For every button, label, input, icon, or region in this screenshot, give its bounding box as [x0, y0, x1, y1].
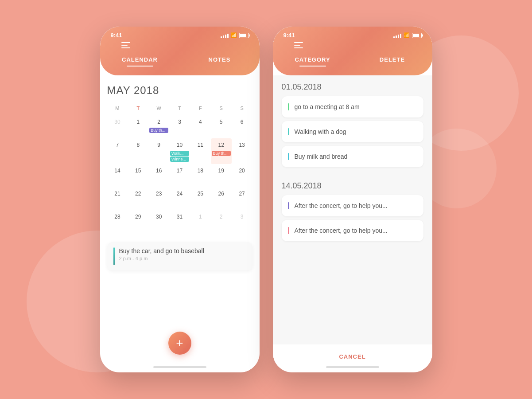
note-text-concert-2: After the concert, go to help you... [295, 227, 388, 234]
battery-icon-2 [412, 33, 422, 38]
day-25[interactable]: 25 [190, 187, 211, 210]
hamburger-icon-2[interactable] [283, 42, 314, 48]
calendar-container: MAY 2018 M T W T F S S 30 1 [100, 75, 260, 238]
day-18[interactable]: 18 [190, 164, 211, 187]
note-card-concert-1[interactable]: After the concert, go to help you... [282, 195, 423, 216]
day-6[interactable]: 6 [232, 115, 252, 138]
signal-icon-2 [393, 33, 401, 38]
day-9[interactable]: 9 [148, 138, 169, 164]
dow-w: W [148, 104, 169, 113]
phone1-header: 9:41 📶 CALENDAR [100, 27, 260, 75]
day-27[interactable]: 27 [232, 187, 252, 210]
event-buy-th-12[interactable]: Buy th... [212, 151, 231, 156]
day-11[interactable]: 11 [190, 138, 211, 164]
status-icons-2: 📶 [393, 32, 422, 38]
phone-notes: 9:41 📶 CATEGORY [273, 27, 432, 372]
day-4[interactable]: 4 [190, 115, 211, 138]
note-text-dog: Walking with a dog [295, 128, 346, 135]
date-label-1: 01.05.2018 [282, 82, 423, 92]
tab-delete[interactable]: DELETE [353, 56, 432, 66]
date-section-1: 01.05.2018 go to a meeting at 8 am Walki… [273, 75, 432, 174]
day-30-prev[interactable]: 30 [107, 115, 128, 138]
dow-s: S [211, 104, 232, 113]
status-bar-2: 9:41 📶 [273, 27, 432, 41]
header-top-2 [273, 41, 432, 53]
day-7[interactable]: 7 [107, 138, 128, 164]
day-2[interactable]: 2 Buy th... [148, 115, 169, 138]
time-2: 9:41 [283, 32, 295, 39]
note-accent-purple [288, 202, 289, 209]
tab-nav-2: CATEGORY DELETE [273, 53, 432, 66]
day-26[interactable]: 26 [211, 187, 232, 210]
tab-category[interactable]: CATEGORY [273, 56, 353, 66]
signal-icon [221, 33, 229, 38]
note-accent-cyan [288, 153, 289, 160]
note-card-milk[interactable]: Buy milk and bread [282, 146, 423, 167]
phones-container: 9:41 📶 CALENDAR [100, 27, 432, 372]
day-15[interactable]: 15 [128, 164, 148, 187]
day-1[interactable]: 1 [128, 115, 148, 138]
day-28[interactable]: 28 [107, 210, 128, 233]
note-text-meeting: go to a meeting at 8 am [295, 103, 360, 110]
tab-notes[interactable]: NOTES [180, 56, 260, 66]
day-17[interactable]: 17 [169, 164, 190, 187]
day-10[interactable]: 10 Walk... Winne... [169, 138, 190, 164]
notes-footer: CANCEL [273, 344, 432, 372]
day-21[interactable]: 21 [107, 187, 128, 210]
day-1-next[interactable]: 1 [190, 210, 211, 233]
event-winne[interactable]: Winne... [170, 156, 189, 162]
day-5[interactable]: 5 [211, 115, 232, 138]
note-card-dog[interactable]: Walking with a dog [282, 121, 423, 142]
phone2-header: 9:41 📶 CATEGORY [273, 27, 432, 75]
date-label-2: 14.05.2018 [282, 181, 423, 191]
dow-s2: S [232, 104, 252, 113]
status-bar-1: 9:41 📶 [100, 27, 260, 41]
day-19[interactable]: 19 [211, 164, 232, 187]
day-2-next[interactable]: 2 [211, 210, 232, 233]
wifi-icon: 📶 [231, 32, 237, 38]
note-text-milk: Buy milk and bread [295, 153, 348, 160]
event-buy-th[interactable]: Buy th... [149, 128, 168, 133]
cancel-button[interactable]: CANCEL [273, 344, 432, 369]
day-16[interactable]: 16 [148, 164, 169, 187]
phone1-body: MAY 2018 M T W T F S S 30 1 [100, 75, 260, 372]
day-22[interactable]: 22 [128, 187, 148, 210]
calendar-days: 30 1 2 Buy th... 3 4 5 6 7 8 9 [107, 115, 252, 233]
event-walk[interactable]: Walk... [170, 151, 189, 156]
fab-button[interactable]: + [168, 332, 191, 355]
date-section-2: 14.05.2018 After the concert, go to help… [273, 174, 432, 248]
phone-calendar: 9:41 📶 CALENDAR [100, 27, 260, 372]
day-3-next[interactable]: 3 [232, 210, 252, 233]
day-30[interactable]: 30 [148, 210, 169, 233]
note-card-concert-2[interactable]: After the concert, go to help you... [282, 220, 423, 241]
day-29[interactable]: 29 [128, 210, 148, 233]
dow-m: M [107, 104, 128, 113]
note-text-concert-1: After the concert, go to help you... [295, 202, 388, 209]
note-accent-pink [288, 227, 289, 234]
wifi-icon-2: 📶 [404, 32, 410, 38]
day-3[interactable]: 3 [169, 115, 190, 138]
day-24[interactable]: 24 [169, 187, 190, 210]
day-14[interactable]: 14 [107, 164, 128, 187]
month-title: MAY 2018 [107, 84, 252, 97]
day-31[interactable]: 31 [169, 210, 190, 233]
day-20[interactable]: 20 [232, 164, 252, 187]
note-accent-teal [288, 128, 289, 135]
day-23[interactable]: 23 [148, 187, 169, 210]
note-time: 2 p.m - 4 p.m [119, 256, 204, 261]
header-top-1 [100, 41, 260, 53]
notes-body: 01.05.2018 go to a meeting at 8 am Walki… [273, 75, 432, 344]
day-8[interactable]: 8 [128, 138, 148, 164]
battery-icon [239, 33, 249, 38]
note-accent [113, 247, 115, 265]
note-card-meeting[interactable]: go to a meeting at 8 am [282, 96, 423, 117]
home-indicator-1 [153, 366, 206, 368]
dow-t: T [128, 104, 148, 113]
day-12[interactable]: 12 Buy th... [211, 138, 232, 164]
note-title: Buy the car, and go to baseball [119, 247, 204, 254]
day-13[interactable]: 13 [232, 138, 252, 164]
bottom-note-card[interactable]: Buy the car, and go to baseball 2 p.m - … [107, 242, 252, 270]
tab-calendar[interactable]: CALENDAR [100, 56, 180, 66]
note-content: Buy the car, and go to baseball 2 p.m - … [119, 247, 204, 261]
hamburger-icon-1[interactable] [111, 42, 141, 48]
